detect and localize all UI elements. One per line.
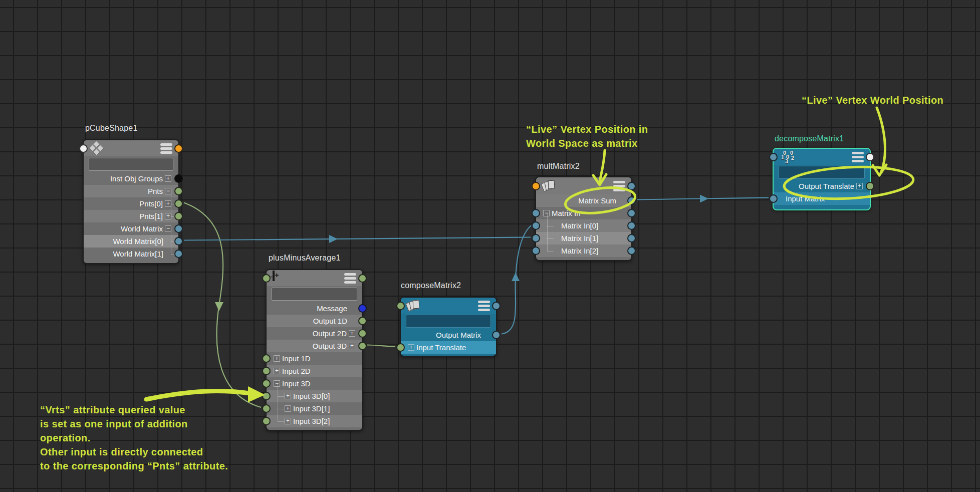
port-matrix-in-left[interactable] [532,209,540,217]
port-output-2d[interactable] [358,329,367,338]
node-header[interactable] [84,140,178,156]
edge-matrixsum-to-inputmatrix[interactable] [637,198,769,200]
port-header-right[interactable] [358,274,367,283]
row-world-matrix-1[interactable]: World Matrix[1] [84,248,178,260]
port-world-matrix-0[interactable] [174,237,183,245]
row-input-translate[interactable]: Input Translate [401,341,496,354]
port-matrix-in-0-right[interactable] [627,221,636,230]
port-pnts-1[interactable] [174,212,183,220]
port-header-left[interactable] [262,274,271,283]
row-output-2d[interactable]: Output 2D [267,327,362,340]
row-world-matrix[interactable]: World Matrix [84,222,178,235]
expand-plus-icon[interactable] [285,405,291,412]
expand-plus-icon[interactable] [285,393,291,399]
port-header-left[interactable] [396,302,405,310]
port-header-left[interactable] [769,153,778,161]
node-title-pcubeshape1: pCubeShape1 [85,124,138,133]
row-world-matrix-0[interactable]: World Matrix[0] [84,235,178,248]
expand-plus-icon[interactable] [349,330,355,337]
row-input-3d-2[interactable]: Input 3D[2] [267,415,362,427]
expand-plus-icon[interactable] [408,344,414,351]
row-output-translate[interactable]: Output Translate [774,180,870,192]
edge-worldmatrix0-to-matrixin1[interactable] [184,237,531,240]
port-matrix-in-2-left[interactable] [532,247,540,255]
port-matrix-in-right[interactable] [627,209,636,217]
expand-plus-icon[interactable] [856,183,863,189]
port-input-2d[interactable] [262,367,271,375]
port-header-right[interactable] [174,144,183,153]
node-header[interactable] [536,177,631,194]
node-menu-icon[interactable] [852,152,864,164]
port-header-left[interactable] [532,182,540,190]
port-header-right[interactable] [492,302,501,310]
port-pnts[interactable] [174,187,183,195]
expand-plus-icon[interactable] [274,368,280,374]
node-name-field[interactable] [272,288,357,301]
node-header[interactable] [774,149,870,165]
port-world-matrix-1[interactable] [174,250,183,258]
row-output-matrix[interactable]: Output Matrix [401,329,496,341]
port-output-1d[interactable] [358,317,367,325]
node-name-field[interactable] [406,315,491,328]
node-name-field[interactable] [89,158,173,171]
port-header-right[interactable] [866,153,874,161]
edge-outputmatrix-to-matrixin0[interactable] [502,225,531,334]
port-output-translate[interactable] [866,182,874,190]
expand-plus-icon[interactable] [285,418,291,424]
port-input-3d[interactable] [262,379,271,388]
row-inst-obj-groups[interactable]: Inst Obj Groups [84,172,178,185]
edge-output3d-to-inputtranslate[interactable] [367,345,395,347]
port-input-1d[interactable] [262,354,271,363]
port-header-right[interactable] [627,182,636,190]
port-matrix-in-1-left[interactable] [532,234,540,242]
node-name-field[interactable] [779,166,865,179]
port-matrix-sum[interactable] [627,196,636,205]
node-header[interactable] [267,270,362,286]
expand-plus-icon[interactable] [274,355,280,362]
annotation-live-world-note: “Live” Vertex World Position [802,93,943,107]
row-message[interactable]: Message [267,302,362,315]
node-menu-icon[interactable] [613,181,625,193]
port-pnts-0[interactable] [174,199,183,208]
port-input-translate[interactable] [396,343,405,352]
port-input-3d-0[interactable] [262,392,271,400]
node-title-multmatrix2: multMatrix2 [537,162,580,171]
node-editor-canvas[interactable]: { "editor": {"app": "Maya Node Editor"},… [0,0,980,492]
port-message[interactable] [358,304,367,313]
node-decomposematrix1[interactable]: Output Translate Input Matrix [773,148,871,210]
row-input-2d[interactable]: Input 2D [267,365,362,377]
node-header[interactable] [401,298,496,314]
port-output-3d[interactable] [358,342,367,350]
row-output-1d[interactable]: Output 1D [267,315,362,327]
row-pnts[interactable]: Pnts [84,185,178,197]
row-input-1d[interactable]: Input 1D [267,352,362,365]
edge-pnts0-to-input3d1[interactable] [184,203,261,408]
port-input-3d-2[interactable] [262,417,271,425]
node-composematrix2[interactable]: Output Matrix Input Translate [400,297,497,357]
row-pnts-1[interactable]: Pnts[1] [84,210,178,222]
port-inst-obj-groups[interactable] [174,174,183,183]
port-output-matrix[interactable] [492,331,501,339]
node-plusminusaverage1[interactable]: Message Output 1D Output 2D Output 3D In… [266,269,363,431]
node-multmatrix2[interactable]: Matrix Sum Matrix In Matrix In[0] Matrix… [535,176,632,261]
row-output-3d[interactable]: Output 3D [267,340,362,352]
node-menu-icon[interactable] [160,143,172,155]
expand-plus-icon[interactable] [165,175,171,182]
row-matrix-sum[interactable]: Matrix Sum [536,194,631,207]
port-input-matrix[interactable] [769,194,778,203]
annotation-vrts-note: “Vrts” attribute queried value is set as… [40,403,228,473]
row-matrix-in-2[interactable]: Matrix In[2] [536,244,631,257]
port-matrix-in-2-right[interactable] [627,247,636,255]
expand-plus-icon[interactable] [165,213,171,219]
node-menu-icon[interactable] [478,301,490,313]
port-matrix-in-1-right[interactable] [627,234,636,242]
port-world-matrix[interactable] [174,224,183,233]
row-input-matrix[interactable]: Input Matrix [774,192,870,205]
expand-plus-icon[interactable] [349,343,355,349]
node-pcubeshape1[interactable]: Inst Obj Groups Pnts Pnts[0] Pnts[1] Wor… [83,139,179,264]
port-header-left[interactable] [79,144,88,153]
port-input-3d-1[interactable] [262,404,271,413]
row-pnts-0[interactable]: Pnts[0] [84,197,178,210]
port-matrix-in-0-left[interactable] [532,221,540,230]
node-menu-icon[interactable] [344,273,356,285]
